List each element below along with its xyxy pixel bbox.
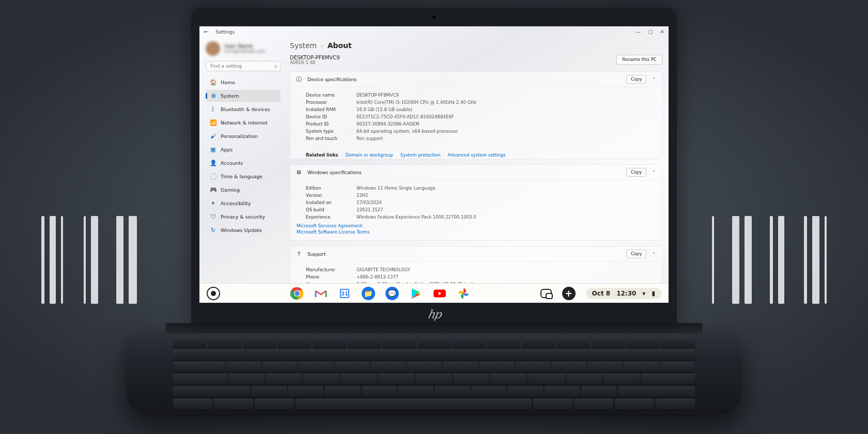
messages-icon[interactable]: 💬 (385, 287, 399, 300)
spec-value: Pen support (357, 136, 383, 141)
chevron-up-icon[interactable]: ⌃ (652, 170, 656, 175)
nav-label: Personalization (221, 133, 258, 139)
breadcrumb-root[interactable]: System (290, 41, 317, 50)
sidebar-item-windows-update[interactable]: ↻Windows Update (206, 224, 281, 236)
nav-icon: ▦ (210, 146, 216, 153)
rename-pc-button[interactable]: Rename this PC (616, 55, 662, 65)
sidebar-item-apps[interactable]: ▦Apps (206, 144, 281, 156)
spec-row: Installed on27/03/2024 (306, 199, 656, 206)
spec-row: System type64-bit operating system, x64-… (306, 128, 656, 135)
gmail-icon[interactable] (314, 287, 328, 300)
youtube-icon[interactable] (433, 287, 446, 300)
overview-icon[interactable] (540, 289, 552, 298)
window-maximize[interactable]: ▢ (648, 29, 653, 35)
spec-row: Product ID00327-30894-32086-AAOEM (306, 120, 656, 128)
window-title: Settings (215, 29, 235, 35)
spec-value: 16.0 GB (15.8 GB usable) (357, 107, 412, 112)
main-content: System › About DESKTOP-PF8MVC9 AORUS 5 X… (290, 41, 662, 283)
spec-key: Phone (306, 274, 347, 280)
spec-row: Device nameDESKTOP-PF8MVC9 (306, 91, 656, 99)
spec-row: ProcessorIntel(R) Core(TM) i5-10200H CPU… (306, 99, 656, 106)
photos-icon[interactable] (457, 287, 470, 300)
spec-key: Pen and touch (306, 136, 347, 141)
sidebar-item-network-internet[interactable]: 📶Network & internet (206, 117, 281, 129)
nav-icon: 📶 (210, 119, 216, 126)
spec-key: Edition (306, 185, 347, 191)
nav-label: Network & internet (221, 120, 268, 126)
nav-label: Privacy & security (221, 214, 265, 220)
spec-key: Experience (306, 214, 347, 220)
play-store-icon[interactable] (409, 287, 423, 300)
sidebar-item-privacy-security[interactable]: 🛡Privacy & security (206, 211, 281, 223)
related-links-row: Related links Domain or workgroupSystem … (290, 147, 662, 159)
sidebar-item-gaming[interactable]: 🎮Gaming (206, 184, 281, 196)
bg-stripes-right (712, 216, 827, 304)
info-icon: ⓘ (296, 76, 302, 83)
spec-value: GIGABYTE TECHNOLOGY (357, 267, 410, 272)
chevron-up-icon[interactable]: ⌃ (652, 77, 656, 82)
spec-row: Phone+886-2-8913-1377 (306, 273, 656, 281)
sidebar-item-personalization[interactable]: 🖌Personalization (206, 130, 281, 142)
nav-icon: 🏠 (210, 79, 216, 86)
terms-link[interactable]: Microsoft Services Agreement (297, 223, 656, 229)
spec-row: Installed RAM16.0 GB (15.8 GB usable) (306, 106, 656, 113)
wifi-icon: ▾ (642, 290, 645, 297)
related-link[interactable]: Domain or workgroup (345, 152, 393, 158)
nav-label: Windows Update (221, 227, 262, 233)
spec-value: 22631.3527 (357, 207, 383, 212)
sidebar-item-accessibility[interactable]: ✴Accessibility (206, 197, 281, 209)
laptop-hinge (165, 323, 703, 333)
sidebar-item-time-language[interactable]: 🕘Time & language (206, 171, 281, 182)
terms-link[interactable]: Microsoft Software License Terms (297, 229, 656, 235)
spec-key: Product ID (306, 121, 347, 127)
breadcrumb: System › About (290, 41, 662, 50)
profile-block[interactable]: User Name user@example.com (206, 41, 281, 56)
window-titlebar: ← Settings — ▢ ✕ (199, 26, 669, 37)
window-minimize[interactable]: — (636, 29, 641, 35)
windows-specs-card: ⊞ Windows specifications Copy ⌃ EditionW… (290, 164, 662, 241)
search-input[interactable] (206, 61, 281, 71)
nav-icon: 🛡 (210, 213, 216, 220)
copy-button-support[interactable]: Copy (626, 250, 647, 258)
support-title: Support (307, 252, 326, 257)
spec-key: OS build (306, 207, 347, 212)
profile-email: user@example.com (224, 49, 266, 54)
related-link[interactable]: System protection (400, 152, 441, 158)
related-link[interactable]: Advanced system settings (448, 152, 506, 158)
windows-icon: ⊞ (296, 169, 302, 176)
chevron-up-icon[interactable]: ⌃ (652, 252, 656, 257)
add-icon[interactable]: + (562, 287, 576, 300)
nav-label: Home (221, 80, 235, 85)
sidebar-item-system[interactable]: 🖥System (206, 90, 281, 102)
svg-text:31: 31 (341, 291, 348, 297)
sidebar-item-accounts[interactable]: 👤Accounts (206, 157, 281, 169)
related-links-label: Related links (306, 152, 338, 158)
files-icon[interactable]: 📁 (362, 287, 375, 300)
chromeos-shelf: 31 📁 💬 + Oct 8 12:30 ▾ ▮ (199, 283, 669, 303)
nav-label: Time & language (221, 174, 262, 179)
spec-row: Version23H2 (306, 192, 656, 199)
battery-icon: ▮ (652, 290, 655, 297)
status-tray[interactable]: Oct 8 12:30 ▾ ▮ (586, 288, 661, 299)
nav-label: Accessibility (221, 200, 251, 206)
spec-value: 64-bit operating system, x64-based proce… (357, 129, 458, 134)
chrome-icon[interactable] (290, 287, 304, 300)
bg-stripes-left (41, 216, 137, 304)
device-specs-title: Device specifications (307, 77, 357, 82)
screen-bezel: ← Settings — ▢ ✕ User Name user@example.… (191, 8, 677, 323)
svg-rect-4 (316, 290, 326, 297)
calendar-icon[interactable]: 31 (338, 287, 351, 300)
copy-button-device[interactable]: Copy (626, 75, 647, 84)
copy-button-windows[interactable]: Copy (626, 168, 647, 177)
sidebar-item-home[interactable]: 🏠Home (206, 76, 281, 88)
spec-value: DESKTOP-PF8MVC9 (357, 92, 399, 98)
launcher-icon[interactable] (207, 287, 220, 300)
sidebar-item-bluetooth-devices[interactable]: ᛒBluetooth & devices (206, 103, 281, 115)
nav-icon: 🖌 (210, 133, 216, 140)
back-button[interactable]: ← (204, 28, 208, 35)
spec-key: Device ID (306, 114, 347, 119)
window-close[interactable]: ✕ (660, 29, 664, 35)
search-icon[interactable]: ⌕ (274, 63, 277, 69)
spec-row: EditionWindows 11 Home Single Language (306, 184, 656, 192)
svg-point-3 (295, 291, 299, 296)
